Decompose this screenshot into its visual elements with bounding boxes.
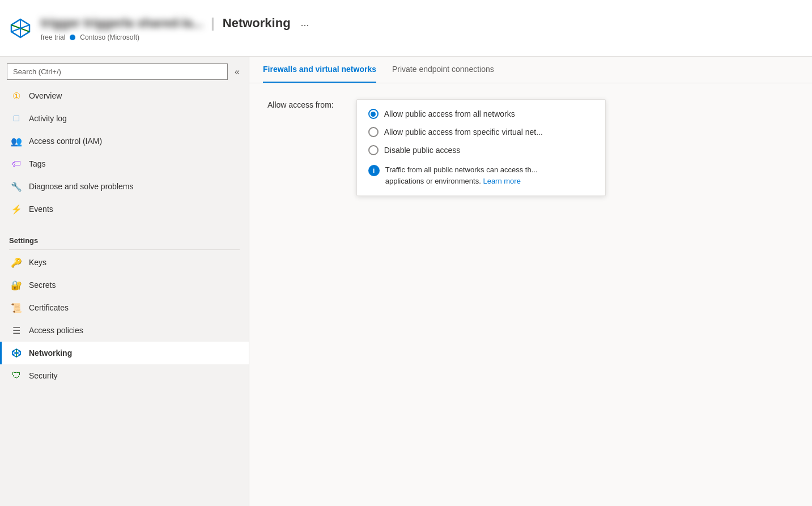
page-title: Networking [223, 16, 291, 31]
sidebar-item-access-policies[interactable]: ☰ Access policies [0, 319, 249, 342]
sidebar-scroll: ① Overview □ Activity log 👥 Access contr… [0, 84, 249, 506]
sidebar-item-secrets[interactable]: 🔐 Secrets [0, 274, 249, 296]
more-options-button[interactable]: ... [296, 15, 314, 31]
info-text-content: Traffic from all public networks can acc… [385, 165, 538, 174]
radio-label-all-networks: Allow public access from all networks [384, 109, 515, 118]
sidebar-item-label: Diagnose and solve problems [29, 182, 133, 191]
subtitle-org-blurred: Contoso (Microsoft) [80, 33, 139, 41]
radio-circle-all-networks [368, 109, 379, 119]
radio-card: Allow public access from all networks Al… [356, 99, 606, 196]
tab-private-endpoints[interactable]: Private endpoint connections [392, 57, 494, 83]
sidebar-item-label: Overview [29, 91, 62, 100]
radio-option-disable[interactable]: Disable public access [368, 145, 594, 155]
allow-access-label: Allow access from: [267, 99, 334, 109]
certificates-icon: 📜 [11, 302, 22, 313]
header-subtitle: free trial Contoso (Microsoft) [41, 33, 314, 41]
allow-access-row: Allow access from: Allow public access f… [267, 99, 794, 196]
info-text: Traffic from all public networks can acc… [385, 164, 538, 186]
sidebar-item-diagnose[interactable]: 🔧 Diagnose and solve problems [0, 175, 249, 198]
sidebar-item-networking[interactable]: Networking [0, 342, 249, 364]
sidebar-item-label: Tags [29, 159, 46, 168]
sidebar-search-area: « [0, 57, 249, 84]
tab-content: Allow access from: Allow public access f… [249, 83, 812, 506]
diagnose-icon: 🔧 [11, 181, 22, 192]
access-policies-icon: ☰ [11, 325, 22, 336]
activity-log-icon: □ [11, 113, 22, 124]
access-control-icon: 👥 [11, 135, 22, 147]
sidebar-divider [9, 249, 240, 250]
sidebar-item-label: Keys [29, 258, 46, 267]
secrets-icon: 🔐 [11, 279, 22, 291]
radio-circle-specific-networks [368, 127, 379, 137]
header: trigger triggerla shared-la... | Network… [0, 0, 812, 57]
sidebar-item-access-control[interactable]: 👥 Access control (IAM) [0, 130, 249, 152]
tabs-bar: Firewalls and virtual networks Private e… [249, 57, 812, 83]
header-title-area: trigger triggerla shared-la... | Network… [41, 15, 314, 41]
sidebar-item-activity-log[interactable]: □ Activity log [0, 107, 249, 130]
learn-more-link[interactable]: Learn more [483, 177, 520, 185]
content-area: Firewalls and virtual networks Private e… [249, 57, 812, 506]
security-icon: 🛡 [11, 370, 22, 381]
resource-name: trigger triggerla shared-la... | Network… [41, 15, 314, 31]
subtitle-trial-blurred: free trial [41, 33, 65, 41]
sidebar-item-label: Secrets [29, 280, 56, 290]
sidebar-item-label: Security [29, 371, 58, 380]
collapse-sidebar-button[interactable]: « [232, 65, 242, 79]
settings-section-label: Settings [0, 227, 249, 248]
info-text-suffix: applications or environments. [385, 177, 481, 185]
main-layout: « ① Overview □ Activity log 👥 Access con… [0, 57, 812, 506]
radio-circle-disable [368, 145, 379, 155]
title-separator: | [211, 15, 215, 31]
sidebar: « ① Overview □ Activity log 👥 Access con… [0, 57, 249, 506]
sidebar-item-tags[interactable]: 🏷 Tags [0, 152, 249, 175]
info-icon: i [368, 165, 380, 176]
sidebar-item-label: Certificates [29, 303, 69, 312]
sidebar-item-label: Access control (IAM) [29, 137, 102, 146]
radio-label-specific-networks: Allow public access from specific virtua… [384, 127, 543, 137]
search-input[interactable] [7, 63, 228, 80]
sidebar-item-label: Access policies [29, 326, 83, 335]
sidebar-item-label: Events [29, 205, 53, 214]
sidebar-item-keys[interactable]: 🔑 Keys [0, 251, 249, 274]
sidebar-item-label: Networking [29, 348, 72, 358]
radio-option-specific-networks[interactable]: Allow public access from specific virtua… [368, 127, 594, 137]
tab-firewalls[interactable]: Firewalls and virtual networks [263, 57, 376, 83]
keys-icon: 🔑 [11, 257, 22, 268]
sidebar-item-certificates[interactable]: 📜 Certificates [0, 296, 249, 319]
sidebar-item-overview[interactable]: ① Overview [0, 84, 249, 107]
sidebar-item-label: Activity log [29, 114, 67, 123]
tags-icon: 🏷 [11, 158, 22, 169]
resource-name-blurred: trigger triggerla shared-la... [41, 16, 203, 31]
networking-icon [11, 347, 22, 359]
subtitle-dot [70, 35, 75, 40]
events-icon: ⚡ [11, 203, 22, 215]
radio-option-all-networks[interactable]: Allow public access from all networks [368, 109, 594, 119]
overview-icon: ① [11, 90, 22, 101]
sidebar-item-security[interactable]: 🛡 Security [0, 364, 249, 387]
app-logo [9, 17, 32, 40]
radio-label-disable: Disable public access [384, 146, 461, 155]
sidebar-item-events[interactable]: ⚡ Events [0, 198, 249, 220]
info-box: i Traffic from all public networks can a… [368, 164, 594, 186]
